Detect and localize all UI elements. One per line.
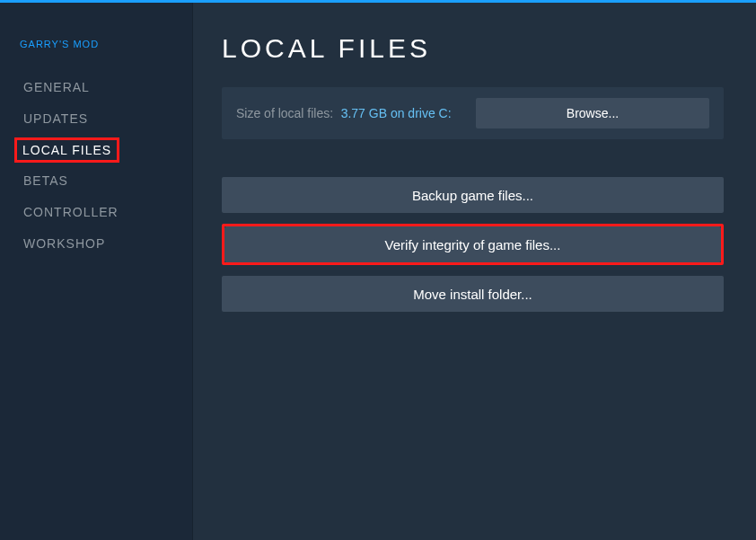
move-folder-button[interactable]: Move install folder... bbox=[222, 276, 724, 312]
size-value[interactable]: 3.77 GB on drive C: bbox=[341, 106, 452, 120]
sidebar-item-betas[interactable]: BETAS bbox=[20, 168, 72, 194]
size-label: Size of local files: bbox=[236, 106, 333, 120]
main-panel: LOCAL FILES Size of local files: 3.77 GB… bbox=[193, 3, 756, 540]
sidebar-item-updates[interactable]: UPDATES bbox=[20, 106, 92, 132]
backup-button[interactable]: Backup game files... bbox=[222, 177, 724, 213]
verify-button[interactable]: Verify integrity of game files... bbox=[224, 226, 721, 262]
sidebar-item-controller[interactable]: CONTROLLER bbox=[20, 199, 122, 226]
sidebar-title: GARRY'S MOD bbox=[20, 39, 174, 49]
container: GARRY'S MOD GENERAL UPDATES LOCAL FILES … bbox=[0, 3, 756, 540]
sidebar-item-workshop[interactable]: WORKSHOP bbox=[20, 231, 109, 257]
sidebar-item-general[interactable]: GENERAL bbox=[20, 75, 93, 101]
local-size-row: Size of local files: 3.77 GB on drive C:… bbox=[222, 87, 724, 139]
sidebar: GARRY'S MOD GENERAL UPDATES LOCAL FILES … bbox=[0, 3, 193, 540]
page-title: LOCAL FILES bbox=[222, 33, 724, 64]
browse-button[interactable]: Browse... bbox=[476, 98, 709, 128]
sidebar-item-local-files[interactable]: LOCAL FILES bbox=[14, 137, 119, 164]
verify-highlight: Verify integrity of game files... bbox=[222, 224, 724, 265]
